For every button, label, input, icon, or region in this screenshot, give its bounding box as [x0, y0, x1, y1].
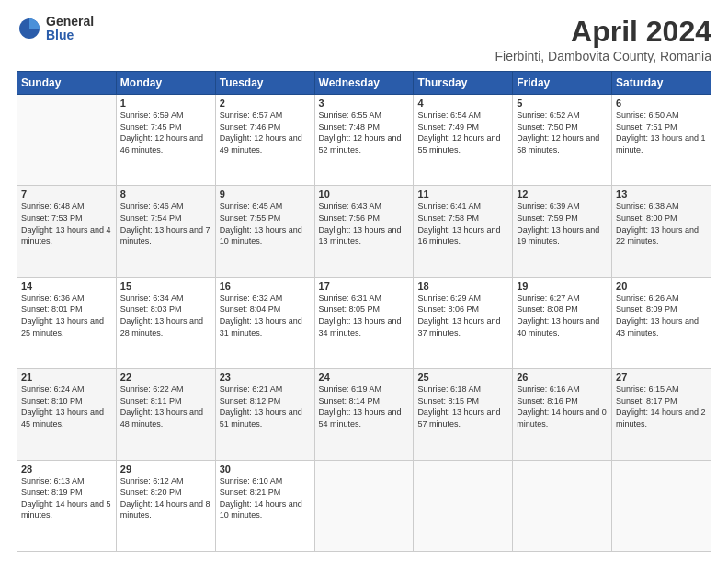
day-info: Sunrise: 6:26 AM Sunset: 8:09 PM Dayligh…: [616, 293, 707, 339]
logo-blue-label: Blue: [46, 29, 94, 42]
day-number: 4: [417, 98, 508, 109]
calendar-day-cell: 23Sunrise: 6:21 AM Sunset: 8:12 PM Dayli…: [215, 369, 314, 460]
empty-cell: [314, 460, 414, 551]
calendar-week-row: 21Sunrise: 6:24 AM Sunset: 8:10 PM Dayli…: [17, 369, 711, 460]
calendar-day-cell: 19Sunrise: 6:27 AM Sunset: 8:08 PM Dayli…: [513, 277, 612, 368]
header: General Blue April 2024 Fierbinti, Dambo…: [17, 15, 711, 63]
day-info: Sunrise: 6:32 AM Sunset: 8:04 PM Dayligh…: [220, 293, 311, 339]
calendar-day-cell: 24Sunrise: 6:19 AM Sunset: 8:14 PM Dayli…: [314, 369, 414, 460]
day-info: Sunrise: 6:31 AM Sunset: 8:05 PM Dayligh…: [319, 293, 410, 339]
day-number: 22: [120, 372, 211, 383]
calendar-day-cell: 28Sunrise: 6:13 AM Sunset: 8:19 PM Dayli…: [17, 460, 117, 551]
day-info: Sunrise: 6:45 AM Sunset: 7:55 PM Dayligh…: [220, 201, 311, 247]
calendar-day-cell: 17Sunrise: 6:31 AM Sunset: 8:05 PM Dayli…: [314, 277, 414, 368]
calendar-day-cell: 11Sunrise: 6:41 AM Sunset: 7:58 PM Dayli…: [414, 186, 513, 277]
calendar-week-row: 1Sunrise: 6:59 AM Sunset: 7:45 PM Daylig…: [17, 95, 711, 186]
day-number: 29: [120, 464, 211, 475]
calendar-day-cell: 4Sunrise: 6:54 AM Sunset: 7:49 PM Daylig…: [414, 95, 513, 186]
calendar-day-cell: 27Sunrise: 6:15 AM Sunset: 8:17 PM Dayli…: [612, 369, 711, 460]
day-number: 21: [21, 372, 112, 383]
calendar-day-cell: 26Sunrise: 6:16 AM Sunset: 8:16 PM Dayli…: [513, 369, 612, 460]
calendar-day-cell: 21Sunrise: 6:24 AM Sunset: 8:10 PM Dayli…: [17, 369, 117, 460]
day-info: Sunrise: 6:13 AM Sunset: 8:19 PM Dayligh…: [21, 476, 112, 522]
day-info: Sunrise: 6:21 AM Sunset: 8:12 PM Dayligh…: [220, 384, 311, 430]
empty-cell: [414, 460, 513, 551]
day-info: Sunrise: 6:12 AM Sunset: 8:20 PM Dayligh…: [120, 476, 211, 522]
day-of-week-header: Monday: [116, 72, 215, 95]
day-number: 13: [616, 189, 707, 200]
day-number: 15: [120, 281, 211, 292]
day-of-week-header: Sunday: [17, 72, 117, 95]
day-number: 20: [616, 281, 707, 292]
day-number: 25: [417, 372, 508, 383]
calendar-day-cell: 22Sunrise: 6:22 AM Sunset: 8:11 PM Dayli…: [116, 369, 215, 460]
calendar-day-cell: 12Sunrise: 6:39 AM Sunset: 7:59 PM Dayli…: [513, 186, 612, 277]
day-info: Sunrise: 6:29 AM Sunset: 8:06 PM Dayligh…: [417, 293, 508, 339]
day-number: 7: [21, 189, 112, 200]
day-number: 17: [319, 281, 410, 292]
calendar-title: April 2024: [495, 15, 711, 49]
day-info: Sunrise: 6:34 AM Sunset: 8:03 PM Dayligh…: [120, 293, 211, 339]
calendar-day-cell: 13Sunrise: 6:38 AM Sunset: 8:00 PM Dayli…: [612, 186, 711, 277]
day-number: 3: [319, 98, 410, 109]
day-number: 19: [517, 281, 608, 292]
day-number: 11: [417, 189, 508, 200]
calendar-subtitle: Fierbinti, Dambovita County, Romania: [495, 49, 711, 63]
calendar-table: SundayMondayTuesdayWednesdayThursdayFrid…: [17, 71, 711, 552]
day-info: Sunrise: 6:36 AM Sunset: 8:01 PM Dayligh…: [21, 293, 112, 339]
logo-general-label: General: [46, 15, 94, 29]
day-info: Sunrise: 6:41 AM Sunset: 7:58 PM Dayligh…: [417, 201, 508, 247]
day-number: 30: [220, 464, 311, 475]
header-row: SundayMondayTuesdayWednesdayThursdayFrid…: [17, 72, 711, 95]
day-number: 6: [616, 98, 707, 109]
day-of-week-header: Saturday: [612, 72, 711, 95]
day-number: 5: [517, 98, 608, 109]
calendar-day-cell: 6Sunrise: 6:50 AM Sunset: 7:51 PM Daylig…: [612, 95, 711, 186]
title-block: April 2024 Fierbinti, Dambovita County, …: [495, 15, 711, 63]
day-number: 10: [319, 189, 410, 200]
day-info: Sunrise: 6:54 AM Sunset: 7:49 PM Dayligh…: [417, 109, 508, 155]
day-number: 8: [120, 189, 211, 200]
calendar-day-cell: 3Sunrise: 6:55 AM Sunset: 7:48 PM Daylig…: [314, 95, 414, 186]
day-number: 12: [517, 189, 608, 200]
calendar-day-cell: 15Sunrise: 6:34 AM Sunset: 8:03 PM Dayli…: [116, 277, 215, 368]
day-of-week-header: Wednesday: [314, 72, 414, 95]
day-number: 18: [417, 281, 508, 292]
day-info: Sunrise: 6:52 AM Sunset: 7:50 PM Dayligh…: [517, 109, 608, 155]
calendar-day-cell: 10Sunrise: 6:43 AM Sunset: 7:56 PM Dayli…: [314, 186, 414, 277]
day-info: Sunrise: 6:15 AM Sunset: 8:17 PM Dayligh…: [616, 384, 707, 430]
day-info: Sunrise: 6:46 AM Sunset: 7:54 PM Dayligh…: [120, 201, 211, 247]
calendar-day-cell: 29Sunrise: 6:12 AM Sunset: 8:20 PM Dayli…: [116, 460, 215, 551]
day-info: Sunrise: 6:24 AM Sunset: 8:10 PM Dayligh…: [21, 384, 112, 430]
day-info: Sunrise: 6:38 AM Sunset: 8:00 PM Dayligh…: [616, 201, 707, 247]
day-number: 14: [21, 281, 112, 292]
day-info: Sunrise: 6:19 AM Sunset: 8:14 PM Dayligh…: [319, 384, 410, 430]
calendar-day-cell: 18Sunrise: 6:29 AM Sunset: 8:06 PM Dayli…: [414, 277, 513, 368]
day-number: 24: [319, 372, 410, 383]
calendar-day-cell: 2Sunrise: 6:57 AM Sunset: 7:46 PM Daylig…: [215, 95, 314, 186]
calendar-week-row: 28Sunrise: 6:13 AM Sunset: 8:19 PM Dayli…: [17, 460, 711, 551]
calendar-day-cell: 30Sunrise: 6:10 AM Sunset: 8:21 PM Dayli…: [215, 460, 314, 551]
day-info: Sunrise: 6:57 AM Sunset: 7:46 PM Dayligh…: [220, 109, 311, 155]
day-number: 27: [616, 372, 707, 383]
day-of-week-header: Thursday: [414, 72, 513, 95]
logo: General Blue: [17, 15, 94, 43]
day-info: Sunrise: 6:18 AM Sunset: 8:15 PM Dayligh…: [417, 384, 508, 430]
calendar-day-cell: 8Sunrise: 6:46 AM Sunset: 7:54 PM Daylig…: [116, 186, 215, 277]
calendar-day-cell: 5Sunrise: 6:52 AM Sunset: 7:50 PM Daylig…: [513, 95, 612, 186]
calendar-day-cell: 20Sunrise: 6:26 AM Sunset: 8:09 PM Dayli…: [612, 277, 711, 368]
day-number: 1: [120, 98, 211, 109]
day-number: 26: [517, 372, 608, 383]
day-number: 16: [220, 281, 311, 292]
day-info: Sunrise: 6:27 AM Sunset: 8:08 PM Dayligh…: [517, 293, 608, 339]
calendar-day-cell: 16Sunrise: 6:32 AM Sunset: 8:04 PM Dayli…: [215, 277, 314, 368]
day-info: Sunrise: 6:48 AM Sunset: 7:53 PM Dayligh…: [21, 201, 112, 247]
day-info: Sunrise: 6:16 AM Sunset: 8:16 PM Dayligh…: [517, 384, 608, 430]
calendar-day-cell: 9Sunrise: 6:45 AM Sunset: 7:55 PM Daylig…: [215, 186, 314, 277]
page: General Blue April 2024 Fierbinti, Dambo…: [0, 0, 728, 563]
day-number: 9: [220, 189, 311, 200]
calendar-week-row: 7Sunrise: 6:48 AM Sunset: 7:53 PM Daylig…: [17, 186, 711, 277]
day-info: Sunrise: 6:10 AM Sunset: 8:21 PM Dayligh…: [220, 476, 311, 522]
day-info: Sunrise: 6:22 AM Sunset: 8:11 PM Dayligh…: [120, 384, 211, 430]
calendar-day-cell: 14Sunrise: 6:36 AM Sunset: 8:01 PM Dayli…: [17, 277, 117, 368]
